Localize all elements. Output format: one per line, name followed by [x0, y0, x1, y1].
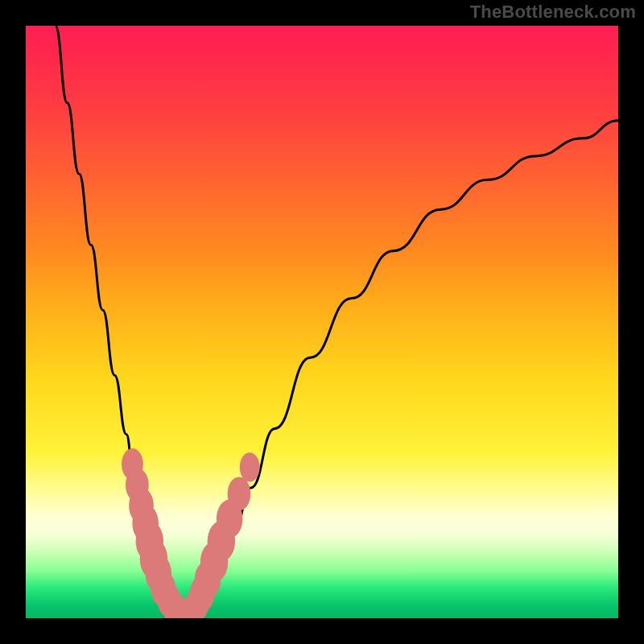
- bead: [228, 477, 251, 510]
- left-curve: [56, 26, 180, 615]
- watermark-text: TheBottleneck.com: [470, 3, 636, 21]
- right-curve: [192, 121, 618, 616]
- beads-group: [122, 448, 260, 618]
- plot-area: [26, 26, 618, 618]
- chart-stage: TheBottleneck.com: [0, 0, 644, 644]
- bead: [240, 452, 260, 481]
- curves-svg: [26, 26, 618, 618]
